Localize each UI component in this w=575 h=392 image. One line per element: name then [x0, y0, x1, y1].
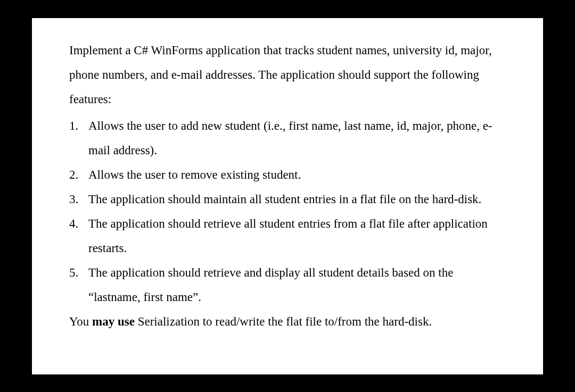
document-card: Implement a C# WinForms application that… [32, 18, 543, 374]
features-list: Allows the user to add new student (i.e.… [69, 114, 506, 310]
closing-suffix: Serialization to read/write the flat fil… [135, 315, 432, 328]
intro-paragraph: Implement a C# WinForms application that… [69, 38, 506, 112]
closing-bold: may use [92, 315, 135, 328]
closing-paragraph: You may use Serialization to read/write … [69, 310, 506, 334]
closing-prefix: You [69, 315, 92, 328]
list-item: Allows the user to add new student (i.e.… [69, 114, 506, 163]
list-item: Allows the user to remove existing stude… [69, 163, 506, 187]
list-item: The application should maintain all stud… [69, 187, 506, 212]
list-item: The application should retrieve and disp… [69, 261, 506, 310]
list-item: The application should retrieve all stud… [69, 212, 506, 261]
